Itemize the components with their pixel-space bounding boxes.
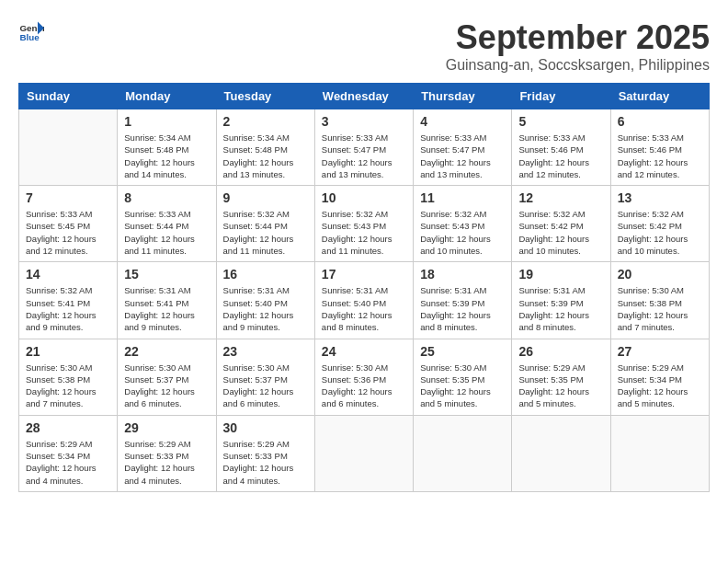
- table-row: 8Sunrise: 5:33 AMSunset: 5:44 PMDaylight…: [118, 186, 216, 262]
- day-info: Sunrise: 5:31 AMSunset: 5:39 PMDaylight:…: [420, 284, 505, 333]
- day-number: 22: [124, 344, 209, 359]
- day-number: 23: [223, 344, 308, 359]
- day-info: Sunrise: 5:32 AMSunset: 5:41 PMDaylight:…: [26, 284, 110, 333]
- day-info: Sunrise: 5:33 AMSunset: 5:44 PMDaylight:…: [124, 208, 209, 257]
- day-number: 14: [26, 267, 110, 282]
- day-info: Sunrise: 5:30 AMSunset: 5:35 PMDaylight:…: [420, 362, 505, 410]
- day-info: Sunrise: 5:32 AMSunset: 5:43 PMDaylight:…: [420, 208, 505, 257]
- day-number: 12: [518, 190, 603, 205]
- table-row: 18Sunrise: 5:31 AMSunset: 5:39 PMDayligh…: [414, 262, 512, 339]
- table-row: 9Sunrise: 5:32 AMSunset: 5:44 PMDaylight…: [216, 186, 314, 262]
- day-info: Sunrise: 5:30 AMSunset: 5:37 PMDaylight:…: [124, 362, 209, 410]
- calendar-week-5: 28Sunrise: 5:29 AMSunset: 5:34 PMDayligh…: [19, 415, 710, 491]
- day-number: 16: [223, 267, 308, 282]
- day-info: Sunrise: 5:31 AMSunset: 5:40 PMDaylight:…: [223, 284, 308, 333]
- table-row: 5Sunrise: 5:33 AMSunset: 5:46 PMDaylight…: [512, 109, 610, 186]
- day-number: 18: [420, 267, 505, 282]
- table-row: 29Sunrise: 5:29 AMSunset: 5:33 PMDayligh…: [118, 415, 216, 491]
- calendar-table: Sunday Monday Tuesday Wednesday Thursday…: [18, 83, 710, 492]
- table-row: 27Sunrise: 5:29 AMSunset: 5:34 PMDayligh…: [610, 339, 709, 415]
- day-number: 20: [618, 267, 702, 282]
- table-row: 23Sunrise: 5:30 AMSunset: 5:37 PMDayligh…: [216, 339, 314, 415]
- day-info: Sunrise: 5:30 AMSunset: 5:38 PMDaylight:…: [26, 362, 110, 410]
- svg-text:Blue: Blue: [19, 32, 40, 42]
- day-info: Sunrise: 5:34 AMSunset: 5:48 PMDaylight:…: [124, 132, 209, 180]
- day-info: Sunrise: 5:33 AMSunset: 5:46 PMDaylight:…: [518, 132, 603, 180]
- day-number: 5: [518, 114, 603, 129]
- day-info: Sunrise: 5:33 AMSunset: 5:45 PMDaylight:…: [26, 208, 110, 257]
- table-row: 24Sunrise: 5:30 AMSunset: 5:36 PMDayligh…: [314, 339, 413, 415]
- day-number: 26: [518, 344, 603, 359]
- table-row: [610, 415, 709, 491]
- day-number: 24: [322, 344, 406, 359]
- calendar-week-4: 21Sunrise: 5:30 AMSunset: 5:38 PMDayligh…: [19, 339, 710, 415]
- col-monday: Monday: [118, 84, 216, 109]
- day-number: 8: [124, 190, 209, 205]
- day-number: 17: [322, 267, 406, 282]
- day-number: 7: [26, 190, 110, 205]
- table-row: [512, 415, 610, 491]
- table-row: 10Sunrise: 5:32 AMSunset: 5:43 PMDayligh…: [314, 186, 413, 262]
- day-number: 10: [322, 190, 406, 205]
- day-info: Sunrise: 5:29 AMSunset: 5:35 PMDaylight:…: [518, 362, 603, 410]
- day-info: Sunrise: 5:29 AMSunset: 5:33 PMDaylight:…: [223, 438, 308, 487]
- table-row: 4Sunrise: 5:33 AMSunset: 5:47 PMDaylight…: [414, 109, 512, 186]
- calendar-week-2: 7Sunrise: 5:33 AMSunset: 5:45 PMDaylight…: [19, 186, 710, 262]
- col-wednesday: Wednesday: [314, 84, 413, 109]
- table-row: 17Sunrise: 5:31 AMSunset: 5:40 PMDayligh…: [314, 262, 413, 339]
- day-number: 28: [26, 420, 110, 435]
- table-row: 2Sunrise: 5:34 AMSunset: 5:48 PMDaylight…: [216, 109, 314, 186]
- table-row: 13Sunrise: 5:32 AMSunset: 5:42 PMDayligh…: [610, 186, 709, 262]
- day-number: 25: [420, 344, 505, 359]
- day-info: Sunrise: 5:29 AMSunset: 5:34 PMDaylight:…: [26, 438, 110, 487]
- day-info: Sunrise: 5:33 AMSunset: 5:47 PMDaylight:…: [420, 132, 505, 180]
- page-header: General Blue September 2025 Guinsang-an,…: [18, 18, 710, 74]
- month-title: September 2025: [446, 18, 710, 57]
- calendar-header-row: Sunday Monday Tuesday Wednesday Thursday…: [19, 84, 710, 109]
- table-row: 12Sunrise: 5:32 AMSunset: 5:42 PMDayligh…: [512, 186, 610, 262]
- day-info: Sunrise: 5:29 AMSunset: 5:33 PMDaylight:…: [124, 438, 209, 487]
- table-row: 15Sunrise: 5:31 AMSunset: 5:41 PMDayligh…: [118, 262, 216, 339]
- day-number: 13: [618, 190, 702, 205]
- day-info: Sunrise: 5:29 AMSunset: 5:34 PMDaylight:…: [618, 362, 702, 410]
- table-row: 1Sunrise: 5:34 AMSunset: 5:48 PMDaylight…: [118, 109, 216, 186]
- day-number: 1: [124, 114, 209, 129]
- col-thursday: Thursday: [414, 84, 512, 109]
- day-number: 3: [322, 114, 406, 129]
- location-title: Guinsang-an, Soccsksargen, Philippines: [446, 57, 710, 74]
- day-number: 19: [518, 267, 603, 282]
- table-row: 11Sunrise: 5:32 AMSunset: 5:43 PMDayligh…: [414, 186, 512, 262]
- table-row: 22Sunrise: 5:30 AMSunset: 5:37 PMDayligh…: [118, 339, 216, 415]
- day-number: 11: [420, 190, 505, 205]
- col-sunday: Sunday: [19, 84, 118, 109]
- day-number: 6: [618, 114, 702, 129]
- col-tuesday: Tuesday: [216, 84, 314, 109]
- logo-icon: General Blue: [18, 18, 44, 44]
- calendar-week-1: 1Sunrise: 5:34 AMSunset: 5:48 PMDaylight…: [19, 109, 710, 186]
- table-row: 19Sunrise: 5:31 AMSunset: 5:39 PMDayligh…: [512, 262, 610, 339]
- col-saturday: Saturday: [610, 84, 709, 109]
- table-row: 28Sunrise: 5:29 AMSunset: 5:34 PMDayligh…: [19, 415, 118, 491]
- table-row: 20Sunrise: 5:30 AMSunset: 5:38 PMDayligh…: [610, 262, 709, 339]
- table-row: 14Sunrise: 5:32 AMSunset: 5:41 PMDayligh…: [19, 262, 118, 339]
- day-info: Sunrise: 5:31 AMSunset: 5:39 PMDaylight:…: [518, 284, 603, 333]
- logo[interactable]: General Blue: [18, 18, 44, 44]
- table-row: [19, 109, 118, 186]
- table-row: 25Sunrise: 5:30 AMSunset: 5:35 PMDayligh…: [414, 339, 512, 415]
- table-row: [414, 415, 512, 491]
- day-info: Sunrise: 5:31 AMSunset: 5:41 PMDaylight:…: [124, 284, 209, 333]
- title-section: September 2025 Guinsang-an, Soccsksargen…: [446, 18, 710, 74]
- col-friday: Friday: [512, 84, 610, 109]
- table-row: 26Sunrise: 5:29 AMSunset: 5:35 PMDayligh…: [512, 339, 610, 415]
- table-row: 21Sunrise: 5:30 AMSunset: 5:38 PMDayligh…: [19, 339, 118, 415]
- day-info: Sunrise: 5:31 AMSunset: 5:40 PMDaylight:…: [322, 284, 406, 333]
- table-row: 30Sunrise: 5:29 AMSunset: 5:33 PMDayligh…: [216, 415, 314, 491]
- day-number: 2: [223, 114, 308, 129]
- day-number: 21: [26, 344, 110, 359]
- table-row: [314, 415, 413, 491]
- day-info: Sunrise: 5:30 AMSunset: 5:36 PMDaylight:…: [322, 362, 406, 410]
- day-info: Sunrise: 5:32 AMSunset: 5:42 PMDaylight:…: [518, 208, 603, 257]
- day-number: 30: [223, 420, 308, 435]
- table-row: 6Sunrise: 5:33 AMSunset: 5:46 PMDaylight…: [610, 109, 709, 186]
- day-info: Sunrise: 5:30 AMSunset: 5:38 PMDaylight:…: [618, 284, 702, 333]
